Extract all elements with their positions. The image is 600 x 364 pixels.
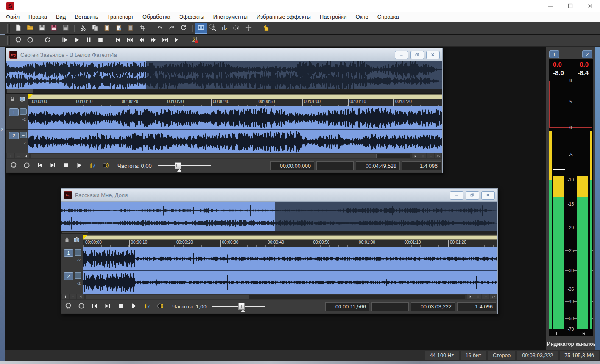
stop-button[interactable] — [95, 35, 106, 46]
cut-button[interactable] — [77, 23, 89, 34]
doc-restore-button[interactable] — [466, 191, 479, 200]
position-field[interactable]: 00:00:00,000 — [270, 161, 314, 170]
zoom-ratio-field[interactable]: 1:4 096 — [457, 302, 496, 311]
envelope-tool-button[interactable] — [243, 23, 254, 34]
menu-item[interactable]: Транспорт — [107, 14, 134, 20]
go-to-start-button[interactable] — [35, 161, 45, 171]
play-button[interactable] — [74, 161, 84, 171]
pause-button[interactable] — [83, 35, 95, 46]
doc-close-button[interactable] — [481, 191, 495, 200]
forward-fast-button[interactable] — [159, 35, 171, 46]
zoom-out-time-button[interactable] — [482, 294, 489, 299]
horizontal-scrollbar[interactable] — [31, 154, 410, 158]
document-window-2[interactable]: frg Расскажи Мне, Доля 00:00:0000:00:100… — [61, 188, 498, 314]
pencil-tool-button[interactable] — [219, 23, 231, 34]
edit-tool-icon[interactable] — [74, 237, 80, 245]
loop-playback-button[interactable] — [42, 35, 53, 46]
paste-special-button[interactable] — [113, 23, 125, 34]
meter-body[interactable]: 0.0 0.0 -8.0 -8.4 950-5-10-15-20-25-30-3… — [549, 59, 593, 336]
redo-button[interactable] — [166, 23, 178, 34]
menu-item[interactable]: Окно — [356, 14, 368, 20]
help-select-button[interactable]: ? — [260, 23, 272, 34]
audio-device-button[interactable] — [155, 302, 165, 312]
overview-scroll-handle[interactable] — [62, 232, 88, 233]
channel-2-waveform-canvas[interactable] — [28, 130, 442, 153]
scroll-right-button[interactable] — [467, 294, 474, 299]
scroll-right-button[interactable] — [412, 153, 419, 158]
undo-button[interactable] — [154, 23, 166, 34]
stop-button[interactable] — [116, 302, 126, 312]
channel-2-collapse-button[interactable]: – — [20, 132, 27, 138]
menu-item[interactable]: Справка — [377, 14, 399, 20]
scrollbar-handle[interactable] — [86, 295, 249, 299]
scroll-left-button[interactable] — [22, 153, 29, 158]
play-all-button[interactable] — [59, 35, 71, 46]
menu-item[interactable]: Файл — [6, 14, 20, 20]
zoom-in-button[interactable] — [7, 153, 14, 158]
open-editor-button[interactable] — [189, 35, 201, 46]
time-ruler[interactable]: 00:00:0000:00:1000:00:2000:00:3000:00:40… — [83, 234, 497, 247]
event-tool-button[interactable] — [231, 23, 243, 34]
menu-item[interactable]: Инструменты — [213, 14, 248, 20]
copy-button[interactable] — [89, 23, 101, 34]
go-to-end-button[interactable] — [171, 35, 183, 46]
new-file-button[interactable] — [12, 23, 24, 34]
zoom-ratio-field[interactable]: 1:4 096 — [402, 161, 441, 170]
channel-2-collapse-button[interactable]: – — [75, 272, 81, 279]
record-button[interactable] — [24, 35, 36, 46]
record-button[interactable] — [22, 161, 32, 171]
record-remote-button[interactable] — [8, 161, 19, 171]
doc-title-bar[interactable]: frg Расскажи Мне, Доля — [61, 189, 497, 202]
length-field[interactable]: 00:03:03,222 — [411, 302, 455, 311]
app-close-button[interactable] — [580, 0, 600, 12]
save-as-button[interactable] — [48, 23, 60, 34]
record-button[interactable] — [76, 302, 87, 312]
record-remote-button[interactable] — [63, 302, 73, 312]
menu-item[interactable]: Избранные эффекты — [257, 14, 311, 20]
rewind-fast-button[interactable] — [124, 35, 136, 46]
go-to-start-button[interactable] — [89, 302, 100, 312]
zoom-out-button[interactable] — [15, 153, 22, 158]
length-field[interactable]: 00:04:49,528 — [356, 161, 400, 170]
meter-tab-1[interactable]: 1 — [549, 50, 559, 58]
menu-item[interactable]: Настройки — [320, 14, 347, 20]
rate-slider[interactable] — [212, 302, 265, 311]
doc-minimize-button[interactable] — [395, 51, 408, 59]
paste-repeat-button[interactable] — [125, 23, 137, 34]
overview-scrollbar[interactable] — [61, 231, 497, 234]
trim-button[interactable] — [137, 23, 148, 34]
toolbar-grip[interactable] — [7, 36, 10, 45]
menu-item[interactable]: Правка — [28, 14, 47, 20]
doc-minimize-button[interactable] — [450, 191, 463, 200]
zoom-in-button[interactable] — [62, 294, 69, 299]
rate-slider[interactable] — [158, 161, 211, 171]
app-minimize-button[interactable] — [540, 0, 560, 12]
channel-1-button[interactable]: 1 — [9, 108, 19, 116]
meter-tab-2[interactable]: 2 — [582, 50, 592, 58]
scrollbar-handle[interactable] — [31, 154, 377, 158]
overview-waveform-canvas[interactable] — [6, 61, 442, 89]
menu-item[interactable]: Вставить — [75, 14, 98, 20]
channel-2-waveform-canvas[interactable] — [83, 271, 497, 294]
channel-2-button[interactable]: 2 — [9, 132, 19, 139]
menu-item[interactable]: Вид — [56, 14, 66, 20]
position-field[interactable]: 00:00:11,566 — [325, 302, 369, 311]
record-remote-button[interactable] — [12, 35, 24, 46]
open-folder-button[interactable] — [24, 23, 36, 34]
selection-field[interactable] — [371, 302, 409, 311]
go-to-end-button[interactable] — [48, 161, 58, 171]
zoom-in-time-button[interactable] — [474, 294, 481, 299]
save-button[interactable] — [36, 23, 48, 34]
zoom-in-time-button[interactable] — [419, 153, 426, 158]
audio-device-button[interactable] — [100, 161, 111, 171]
repeat-button[interactable] — [178, 23, 190, 34]
selection-field[interactable] — [316, 161, 354, 170]
overview-waveform-canvas[interactable] — [61, 202, 497, 231]
play-button[interactable] — [71, 35, 83, 46]
overview-scroll-handle[interactable] — [7, 89, 33, 93]
zoom-fit-button[interactable] — [435, 153, 441, 158]
zoom-out-button[interactable] — [70, 294, 76, 299]
menu-item[interactable]: Обработка — [142, 14, 170, 20]
data-window-tool-button[interactable] — [195, 23, 207, 34]
zoom-fit-button[interactable] — [490, 294, 497, 299]
